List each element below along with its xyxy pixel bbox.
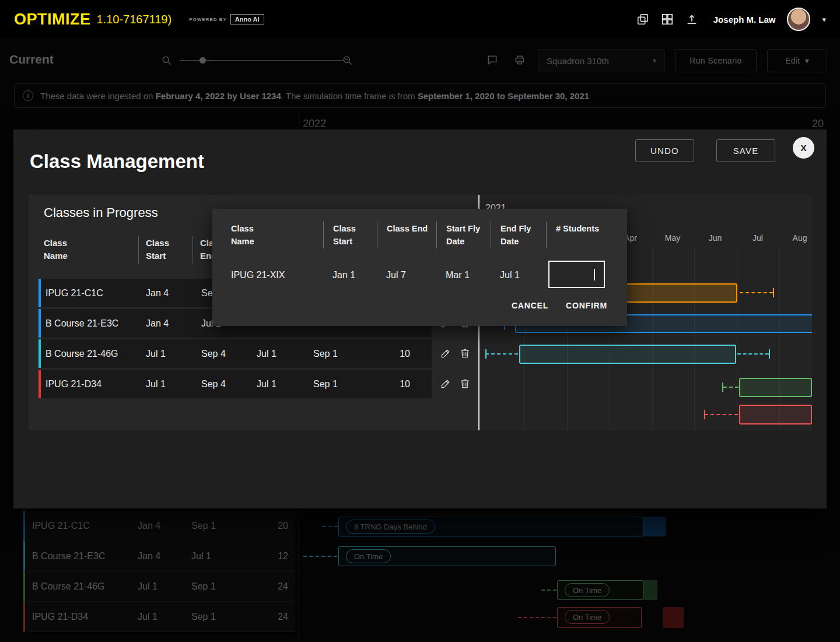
gantt-end-tick [769, 349, 770, 359]
save-button[interactable]: SAVE [716, 139, 775, 162]
class-start-value: Jan 1 [323, 270, 377, 280]
month-label: Jun [709, 233, 722, 243]
table-row: IPUG 21-D34 Jul 1 Sep 4 Jul 1 Sep 1 10 [38, 370, 463, 398]
close-button[interactable]: X [793, 137, 814, 159]
column-header: # Students [546, 222, 627, 248]
upload-icon[interactable] [685, 13, 698, 26]
dialog-title: Class Management [30, 150, 204, 173]
month-gridline [779, 246, 780, 430]
table-row: B Course 21-46G Jul 1 Sep 4 Jul 1 Sep 1 … [38, 339, 463, 368]
gantt-bar[interactable] [519, 345, 736, 364]
delete-trash-icon[interactable] [459, 378, 471, 390]
powered-by: POWERED BY Anno AI [189, 14, 264, 24]
window-switch-icon[interactable] [636, 13, 649, 26]
month-gridline [737, 246, 737, 430]
students-input[interactable] [548, 261, 605, 288]
user-menu-chevron-icon[interactable]: ▾ [822, 15, 826, 24]
month-label: May [665, 233, 680, 243]
confirm-button[interactable]: CONFIRM [566, 301, 607, 310]
app-header: OPTIMIZE 1.10-7167119) POWERED BY Anno A… [0, 0, 840, 38]
column-header: Class Name [44, 236, 138, 264]
app-logo: OPTIMIZE [14, 10, 91, 29]
edit-pencil-icon[interactable] [440, 348, 452, 359]
edit-class-popup: Class Name Class Start Class End Start F… [212, 209, 627, 326]
gantt-lead-dash [705, 414, 738, 415]
popup-actions: CANCEL CONFIRM [512, 301, 607, 310]
column-header: End Fly Date [491, 222, 546, 248]
app-root: Current Squadron 310th ▾ Run Scenario Ed… [0, 0, 840, 642]
end-fly-value: Jul 1 [491, 270, 546, 280]
month-gridline [694, 246, 695, 430]
delete-trash-icon[interactable] [459, 348, 471, 359]
column-header: Class End [377, 222, 436, 248]
undo-button[interactable]: UNDO [635, 139, 694, 162]
app-version: 1.10-7167119) [97, 13, 172, 26]
panel-title: Classes in Progress [44, 205, 158, 220]
brand-badge: Anno AI [230, 14, 264, 24]
gantt-trail-dash [737, 353, 769, 355]
cancel-button[interactable]: CANCEL [512, 301, 548, 310]
gantt-bar[interactable] [739, 378, 812, 397]
text-caret [594, 269, 595, 280]
user-name: Joseph M. Law [713, 15, 776, 24]
month-label: Aug [793, 233, 807, 243]
popup-header-row: Class Name Class Start Class End Start F… [212, 222, 627, 248]
column-header: Class Start [138, 236, 192, 264]
gantt-lead-dash [485, 353, 518, 355]
class-management-dialog: Class Management UNDO SAVE X Classes in … [13, 129, 827, 508]
avatar[interactable] [787, 8, 810, 31]
column-header: Class Start [323, 222, 377, 248]
column-header: Class Name [212, 222, 323, 248]
gantt-lead-dash [723, 387, 738, 388]
gantt-trail-dash [740, 292, 773, 293]
column-header: Start Fly Date [436, 222, 491, 248]
dashboard-grid-icon[interactable] [661, 13, 674, 26]
class-end-value: Jul 7 [377, 270, 436, 280]
edit-pencil-icon[interactable] [440, 378, 452, 390]
month-label: Jul [752, 233, 763, 243]
month-gridline [652, 246, 653, 430]
gantt-bar[interactable] [739, 405, 812, 425]
start-fly-value: Mar 1 [436, 270, 491, 280]
gantt-end-tick [773, 288, 774, 297]
class-name-value: IPUG 21-XIX [212, 270, 323, 280]
